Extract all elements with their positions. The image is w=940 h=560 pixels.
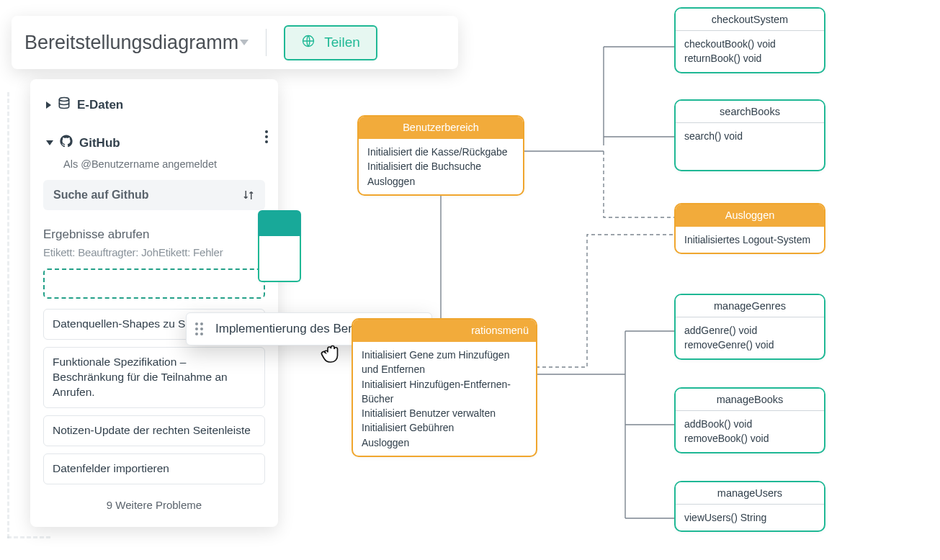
- tree-item-e-daten[interactable]: E-Daten: [30, 89, 278, 120]
- decorative-dashed-border: [0, 92, 30, 538]
- sidebar-panel: E-Daten GitHub Als @Benutzername angemel…: [30, 79, 278, 527]
- node-line: removeBook() void: [684, 431, 815, 446]
- sort-icon[interactable]: [242, 189, 255, 202]
- node-line: search() void: [684, 129, 815, 143]
- node-line: Initialisiert Gene zum Hinzufügen und En…: [362, 348, 527, 377]
- github-login-status: Als @Benutzername angemeldet: [30, 158, 265, 173]
- filter-chips-row: Etikett: Beauftragter: JohEtikett: Fehle…: [30, 246, 278, 268]
- node-line: Initialisiert Benutzer verwalten: [362, 406, 527, 420]
- divider: [266, 29, 267, 56]
- drag-handle-icon[interactable]: [195, 322, 203, 335]
- node-header: manageUsers: [676, 482, 824, 505]
- node-line: checkoutBook() void: [684, 37, 815, 51]
- node-line: Ausloggen: [362, 435, 527, 450]
- database-icon: [57, 96, 71, 113]
- node-body: Initialisiertes Logout-System: [676, 227, 824, 253]
- node-line: Initialisiert die Buchsuche: [367, 159, 514, 173]
- grab-cursor-icon: [317, 338, 343, 367]
- node-body: Initialisiert Gene zum Hinzufügen und En…: [353, 342, 536, 456]
- node-header: Benutzerbereich: [359, 117, 523, 139]
- github-icon: [59, 135, 73, 151]
- node-header: searchBooks: [676, 101, 824, 123]
- chevron-right-icon: [46, 101, 51, 109]
- diagram-node-adminmenu[interactable]: rationsmenü Initialisiert Gene zum Hinzu…: [352, 318, 537, 457]
- node-line: Ausloggen: [367, 174, 514, 189]
- node-body: search() void: [676, 123, 824, 149]
- node-line: Initialisiert die Kasse/Rückgabe: [367, 145, 514, 159]
- diagram-node-managegenres[interactable]: manageGenres addGenre() void removeGenre…: [674, 294, 825, 360]
- node-header: rationsmenü: [353, 320, 536, 342]
- node-body: Initialisiert die Kasse/Rückgabe Initial…: [359, 139, 523, 194]
- share-button-label: Teilen: [324, 35, 360, 50]
- issue-drop-zone[interactable]: [43, 268, 265, 299]
- tree-item-github-row: GitHub Als @Benutzername angemeldet: [30, 120, 278, 173]
- node-line: Initialisiertes Logout-System: [684, 232, 815, 247]
- tree-item-github[interactable]: GitHub: [30, 120, 265, 158]
- share-button[interactable]: Teilen: [284, 25, 377, 60]
- search-placeholder: Suche auf Github: [53, 189, 148, 202]
- node-body: addGenre() void removeGenre() void: [676, 317, 824, 358]
- filter-chips-text: Etikett: Beauftragter: JohEtikett: Fehle…: [43, 246, 223, 258]
- node-header: checkoutSystem: [676, 9, 824, 31]
- diagram-node-managebooks[interactable]: manageBooks addBook() void removeBook() …: [674, 387, 825, 453]
- issue-item[interactable]: Datenfelder importieren: [43, 453, 265, 484]
- node-body: addBook() void removeBook() void: [676, 411, 824, 452]
- diagram-node-checkoutsystem[interactable]: checkoutSystem checkoutBook() void retur…: [674, 7, 825, 73]
- node-body: checkoutBook() void returnBook() void: [676, 31, 824, 72]
- node-line: viewUsers() String: [684, 510, 815, 525]
- chevron-down-icon: [46, 140, 53, 145]
- node-line: Initialisiert Gebühren: [362, 420, 527, 435]
- svg-point-1: [59, 98, 68, 101]
- diagram-node-benutzerbereich[interactable]: Benutzerbereich Initialisiert die Kasse/…: [357, 115, 524, 196]
- issue-item[interactable]: Notizen-Update der rechten Seitenleiste: [43, 415, 265, 446]
- header-card: Bereitstellungsdiagramm Teilen: [12, 16, 458, 69]
- node-header: manageGenres: [676, 295, 824, 317]
- diagram-node-manageusers[interactable]: manageUsers viewUsers() String: [674, 481, 825, 532]
- tree-item-label: GitHub: [79, 136, 120, 150]
- diagram-node-teal-header[interactable]: [258, 210, 301, 238]
- diagram-node-ausloggen[interactable]: Ausloggen Initialisiertes Logout-System: [674, 203, 825, 254]
- tree-item-label: E-Daten: [77, 98, 123, 112]
- chevron-down-icon: [240, 40, 249, 45]
- issue-item[interactable]: Funktionale Spezifikation – Beschränkung…: [43, 347, 265, 408]
- node-body: viewUsers() String: [676, 505, 824, 530]
- page-title: Bereitstellungsdiagramm: [24, 32, 238, 54]
- github-search-input[interactable]: Suche auf Github: [43, 180, 265, 210]
- node-line: returnBook() void: [684, 51, 815, 66]
- diagram-node-teal-body[interactable]: [258, 236, 301, 282]
- diagram-title-dropdown[interactable]: Bereitstellungsdiagramm: [24, 32, 249, 54]
- results-section-label: Ergebnisse abrufen: [30, 220, 278, 246]
- node-line: addBook() void: [684, 417, 815, 431]
- more-issues-link[interactable]: 9 Weitere Probleme: [30, 492, 278, 514]
- more-options-button[interactable]: [265, 130, 268, 143]
- node-line: addGenre() void: [684, 323, 815, 338]
- node-line: removeGenre() void: [684, 338, 815, 352]
- diagram-node-searchbooks[interactable]: searchBooks search() void: [674, 99, 825, 171]
- node-header: manageBooks: [676, 389, 824, 411]
- node-line: Initialisiert Hinzufügen-Entfernen-Büche…: [362, 377, 527, 407]
- node-header: Ausloggen: [676, 204, 824, 227]
- globe-icon: [301, 34, 315, 52]
